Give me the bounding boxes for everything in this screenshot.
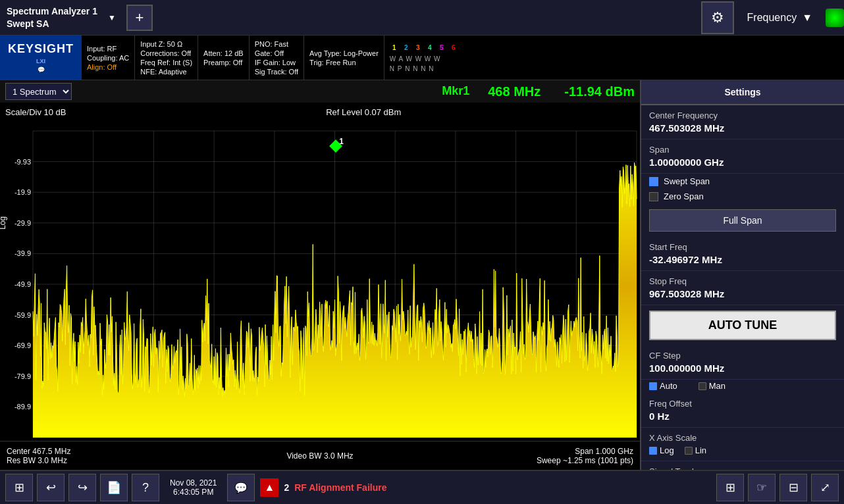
zero-span-toggle[interactable]: Zero Span [641, 189, 844, 204]
bottom-info: Center 467.5 MHz Res BW 3.0 MHz Video BW… [0, 441, 640, 470]
man-label: Man [709, 381, 725, 391]
trace-w-row: W A W W W W [390, 55, 458, 63]
taskbar: ⊞ ↩ ↪ 📄 ? Nov 08, 2021 6:43:05 PM 💬 ▲ 2 … [0, 470, 844, 504]
message-button[interactable]: 💬 [227, 474, 255, 501]
lin-label: Lin [695, 445, 706, 455]
start-freq-value[interactable]: -32.496972 MHz [649, 254, 836, 265]
x-axis-label: X Axis Scale [649, 433, 836, 443]
info-bar: KEYSIGHT LXI 💬 Input: RF Coupling: AC Al… [0, 36, 844, 80]
full-span-button[interactable]: Full Span [649, 209, 836, 232]
sweep-info: Sweep ~1.25 ms (1001 pts) [425, 456, 633, 465]
log-option[interactable]: Log [649, 445, 674, 455]
trace-n-label: N P N N N N [390, 65, 435, 72]
avg-type-label: Avg Type: Log-Power [309, 49, 379, 57]
trace-n-row: N P N N N N [390, 65, 458, 72]
input-label: Input: RF [87, 45, 129, 53]
add-view-button[interactable]: + [126, 5, 153, 31]
signal-track-row: Signal Track (Span Zoom) [641, 461, 844, 470]
atten-info: Atten: 12 dB Preamp: Off [198, 36, 250, 80]
lxi-label[interactable]: LXI [34, 57, 48, 65]
spectrum-toolbar: 1 Spectrum Mkr1 468 MHz -11.94 dBm [0, 80, 640, 103]
expand-button[interactable]: ⤢ [811, 474, 839, 501]
input-z-label: Input Z: 50 Ω [140, 40, 192, 48]
frequency-dropdown-arrow: ▼ [802, 12, 812, 24]
undo-button[interactable]: ↩ [37, 474, 65, 501]
nfe-label: NFE: Adaptive [140, 68, 192, 76]
gear-button[interactable]: ⚙ [701, 1, 734, 34]
main-content: 1 Spectrum Mkr1 468 MHz -11.94 dBm Scale… [0, 80, 844, 470]
lin-option[interactable]: Lin [685, 445, 706, 455]
swept-span-toggle[interactable]: Swept Span [641, 174, 844, 189]
trace-5: 5 [437, 43, 446, 53]
keysight-logo: KEYSIGHT LXI 💬 [0, 36, 82, 80]
ref-level: Ref Level 0.07 dBm [326, 107, 401, 117]
marker-number: 1 [339, 137, 344, 146]
alert-icon: ▲ [260, 478, 278, 497]
help-button[interactable]: ? [132, 474, 159, 501]
zero-span-label: Zero Span [664, 191, 704, 201]
title-line2: Swept SA [7, 18, 49, 29]
swept-span-label: Swept Span [664, 176, 710, 186]
chat-icon: 💬 [38, 66, 45, 73]
time-line: 6:43:05 PM [170, 488, 217, 497]
coupling-label: Coupling: AC [87, 54, 129, 62]
scale-div: Scale/Div 10 dB [5, 107, 66, 117]
freq-ref-label: Freq Ref: Int (S) [140, 59, 192, 66]
preamp-label: Preamp: Off [203, 59, 244, 66]
span-info: Span 1.000 GHz [425, 447, 633, 456]
settings-tab[interactable]: Settings [641, 80, 844, 105]
auto-dot [649, 382, 657, 390]
center-freq-value[interactable]: 467.503028 MHz [649, 122, 836, 134]
cf-step-row: CF Step 100.000000 MHz [641, 345, 844, 380]
cf-step-label: CF Step [649, 351, 836, 361]
center-freq-info: Center 467.5 MHz [7, 447, 215, 456]
pno-info: PNO: Fast Gate: Off IF Gain: Low Sig Tra… [250, 36, 304, 80]
if-gain-label: IF Gain: Low [255, 59, 298, 66]
redo-button[interactable]: ↪ [68, 474, 96, 501]
avg-type-info: Avg Type: Log-Power Trig: Free Run [304, 36, 384, 80]
auto-tune-button[interactable]: AUTO TUNE [649, 311, 836, 340]
x-axis-scale-row: X Axis Scale Log Lin [641, 428, 844, 461]
stop-freq-value[interactable]: 967.503028 MHz [649, 288, 836, 299]
span-value[interactable]: 1.00000000 GHz [649, 157, 836, 168]
start-freq-label: Start Freq [649, 242, 836, 252]
stop-freq-row: Stop Freq 967.503028 MHz [641, 271, 844, 305]
input-info: Input: RF Coupling: AC Align: Off [82, 36, 135, 80]
video-bw-info: Video BW 3.0 MHz [215, 451, 424, 461]
freq-offset-value[interactable]: 0 Hz [649, 411, 836, 422]
scale-info: Scale/Div 10 dB Ref Level 0.07 dBm [0, 103, 640, 121]
spectrum-plot[interactable]: 1 [0, 121, 640, 441]
datetime-display: Nov 08, 2021 6:43:05 PM [170, 478, 217, 497]
alert-area: 💬 ▲ 2 RF Alignment Failure [227, 474, 467, 501]
bottom-center-info: Video BW 3.0 MHz [215, 451, 424, 461]
center-freq-row: Center Frequency 467.503028 MHz [641, 105, 844, 139]
frequency-menu-button[interactable]: Frequency ▼ [734, 1, 826, 34]
man-option[interactable]: Man [699, 381, 725, 391]
marker-info: Mkr1 468 MHz -11.94 dBm [442, 84, 635, 99]
file-button[interactable]: 📄 [100, 474, 128, 501]
frequency-label: Frequency [747, 12, 797, 24]
trace-1: 1 [390, 43, 399, 53]
cf-step-value[interactable]: 100.000000 MHz [649, 363, 836, 374]
layout-button[interactable]: ⊟ [779, 474, 807, 501]
grid-view-button[interactable]: ⊞ [716, 474, 744, 501]
sig-track-label: Sig Track: Off [255, 68, 298, 76]
alert-number: 2 [284, 482, 289, 493]
marker-value: -11.94 dBm [564, 84, 635, 99]
pno-label: PNO: Fast [255, 40, 298, 48]
spectrum-panel: 1 Spectrum Mkr1 468 MHz -11.94 dBm Scale… [0, 80, 640, 470]
touch-button[interactable]: ☞ [748, 474, 776, 501]
active-indicator [826, 9, 844, 27]
trace-numbers-row: 1 2 3 4 5 6 [390, 43, 458, 53]
alert-triangle: ▲ [264, 482, 275, 493]
trace-6: 6 [449, 43, 458, 53]
marker-freq: 468 MHz [488, 84, 541, 99]
spectrum-select[interactable]: 1 Spectrum [5, 83, 72, 100]
right-panel: Settings Center Frequency 467.503028 MHz… [640, 80, 844, 470]
title-dropdown[interactable]: ▼ [104, 11, 120, 25]
trace-indicators: 1 2 3 4 5 6 W A W W W W N P N N N N [384, 36, 463, 80]
auto-option[interactable]: Auto [649, 381, 677, 391]
trig-label: Trig: Free Run [309, 59, 379, 66]
windows-button[interactable]: ⊞ [5, 474, 33, 501]
auto-label: Auto [660, 381, 677, 391]
